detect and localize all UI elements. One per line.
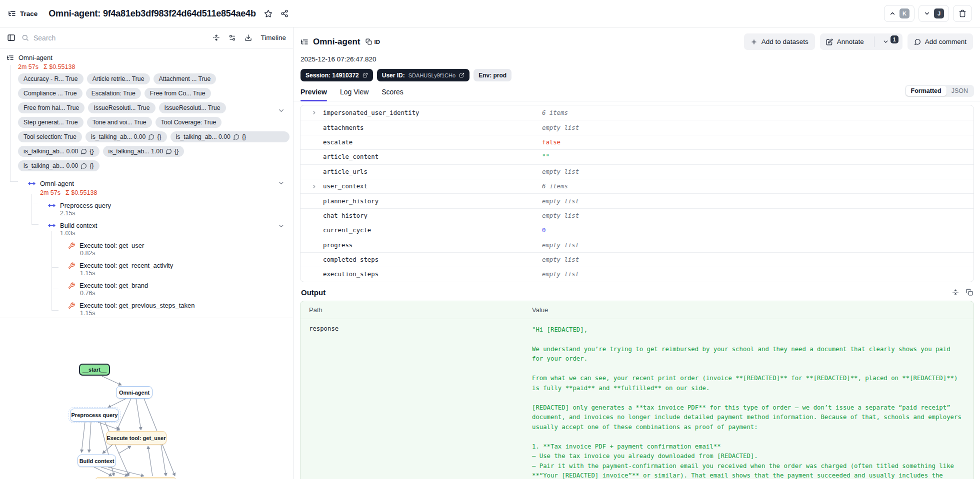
bookmark-star-icon[interactable]: [264, 9, 272, 18]
table-row: planner_history empty list: [300, 193, 974, 208]
row-key: article_urls: [323, 168, 542, 175]
row-value: empty list: [542, 198, 974, 205]
table-row: attachments empty list: [300, 120, 974, 134]
format-toggle: Formatted JSON: [905, 85, 974, 97]
score-badge[interactable]: Free from hal... True: [18, 102, 84, 113]
tree-item-omni-agent[interactable]: Omni-agent: [0, 178, 293, 188]
wrench-tool-icon: [68, 282, 75, 289]
table-row: impersonated_user_identity 6 items: [300, 105, 974, 120]
expand-row-chevron-icon[interactable]: [312, 110, 323, 115]
score-badge[interactable]: is_talking_ab... 0.00 {}: [18, 160, 100, 171]
score-badge[interactable]: IssueResoluti... True: [159, 102, 226, 113]
score-badge[interactable]: Compliance ... True: [18, 88, 82, 99]
graph-node-preprocess-query[interactable]: Preprocess query: [70, 409, 119, 422]
collapse-build-context-chevron-icon[interactable]: [278, 222, 285, 230]
score-badge[interactable]: Article retrie... True: [87, 73, 150, 84]
span-duration: 1.15s: [0, 269, 293, 277]
expand-output-icon[interactable]: [952, 289, 959, 296]
score-badge[interactable]: is_talking_ab... 1.00 {}: [103, 146, 184, 157]
graph-node-build-context[interactable]: Build context: [78, 455, 116, 467]
tree-item-root-trace[interactable]: Omni-agent: [0, 52, 293, 62]
share-icon[interactable]: [280, 9, 288, 17]
add-to-datasets-button[interactable]: Add to datasets: [744, 33, 815, 50]
collapse-agent-chevron-icon[interactable]: [278, 179, 285, 187]
timeline-toggle[interactable]: Timeline: [260, 34, 286, 41]
tree-item-label: Execute tool: get_brand: [80, 282, 148, 289]
copy-output-icon[interactable]: [966, 289, 973, 296]
comment-icon: [233, 134, 240, 140]
trash-icon: [958, 9, 966, 17]
graph-node-execute-get-recent-activity[interactable]: Execute tool: get_recent_activity: [95, 477, 176, 479]
previous-trace-button[interactable]: K: [884, 5, 914, 22]
table-row: article_content "": [300, 149, 974, 164]
collapse-panel-icon[interactable]: [7, 33, 16, 42]
search-input[interactable]: [34, 34, 206, 42]
row-value: 0: [542, 227, 974, 234]
score-badge[interactable]: IssueResoluti... True: [88, 102, 155, 113]
row-value: false: [542, 139, 974, 146]
graph-node-omni-agent[interactable]: Omni-agent: [116, 386, 152, 399]
shortcut-key-k: K: [900, 8, 910, 18]
graph-node-start[interactable]: __start__: [79, 364, 110, 376]
span-duration: 2.15s: [0, 209, 293, 217]
collapse-root-chevron-icon[interactable]: [278, 107, 285, 114]
score-badge[interactable]: Tool selection: True: [18, 131, 82, 142]
score-badge[interactable]: is_talking_ab... 0.00 {}: [170, 131, 290, 142]
annotate-dropdown-button[interactable]: 1: [878, 33, 902, 50]
graph-edges: [0, 318, 293, 479]
sidebar-toolbar: Timeline: [0, 27, 293, 48]
row-key: impersonated_user_identity: [323, 109, 542, 116]
comment-icon: [148, 134, 154, 140]
format-formatted-option[interactable]: Formatted: [906, 86, 946, 96]
tab-scores[interactable]: Scores: [382, 88, 404, 101]
score-badge[interactable]: is_talking_ab... 0.00 {}: [18, 146, 100, 157]
annotation-count-badge: 1: [890, 35, 898, 43]
tree-item-label: Execute tool: get_recent_activity: [80, 262, 173, 269]
score-badge[interactable]: Tone and voi... True: [87, 117, 152, 128]
display-settings-icon[interactable]: [228, 34, 236, 41]
format-json-option[interactable]: JSON: [946, 86, 973, 96]
fold-all-icon[interactable]: [212, 34, 220, 41]
external-link-icon: [459, 72, 464, 78]
score-badge[interactable]: Tool Coverage: True: [156, 117, 222, 128]
tree-guide: [52, 246, 58, 246]
tree-guide: [32, 224, 38, 225]
pencil-icon: [826, 38, 833, 45]
add-comment-button[interactable]: Add comment: [908, 33, 973, 50]
span-duration: 1.03s: [0, 229, 293, 237]
annotate-button[interactable]: Annotate: [820, 33, 870, 50]
trace-type-label: Trace: [20, 10, 38, 17]
next-trace-button[interactable]: J: [918, 5, 949, 22]
tree-item-preprocess-query[interactable]: Preprocess query: [0, 202, 293, 209]
tree-item-get-recent-activity[interactable]: Execute tool: get_recent_activity: [0, 262, 293, 269]
copy-id-button[interactable]: ID: [366, 38, 380, 45]
value-column-header: Value: [532, 306, 548, 314]
copy-icon: [366, 38, 372, 45]
score-badge[interactable]: Escalation: True: [86, 88, 141, 99]
tab-log-view[interactable]: Log View: [340, 88, 368, 101]
tree-item-get-user[interactable]: Execute tool: get_user: [0, 242, 293, 249]
row-key: current_cycle: [323, 227, 542, 234]
table-row: current_cycle 0: [300, 223, 974, 237]
table-row: progress empty list: [300, 238, 974, 252]
root-cost: Σ $0.55138: [44, 63, 75, 70]
download-icon[interactable]: [244, 34, 252, 41]
tree-item-get-previous-steps-taken[interactable]: Execute tool: get_previous_steps_taken: [0, 302, 293, 309]
session-badge[interactable]: Session: 14910372: [300, 69, 373, 81]
delete-trace-button[interactable]: [953, 5, 972, 22]
score-badge[interactable]: Attachment ... True: [154, 73, 216, 84]
user-id-badge[interactable]: User ID: SDAHUSLy9f1CHo: [377, 69, 470, 81]
tree-item-get-brand[interactable]: Execute tool: get_brand: [0, 282, 293, 289]
tree-item-build-context[interactable]: Build context: [0, 222, 293, 229]
graph-node-execute-get-user[interactable]: Execute tool: get_user: [106, 431, 166, 445]
annotate-split-button: Annotate 1: [820, 33, 902, 50]
expand-row-chevron-icon[interactable]: [312, 184, 323, 189]
tab-preview[interactable]: Preview: [300, 88, 327, 101]
tree-item-label: Omni-agent: [18, 54, 52, 61]
score-badge[interactable]: Free from Co... True: [144, 88, 211, 99]
score-badge[interactable]: Accuracy - R... True: [18, 73, 84, 84]
score-badge[interactable]: Step generat... True: [18, 117, 84, 128]
tree-item-label: Build context: [60, 222, 97, 229]
external-link-icon: [362, 72, 368, 78]
score-badge[interactable]: is_talking_ab... 0.00 {}: [86, 131, 167, 142]
